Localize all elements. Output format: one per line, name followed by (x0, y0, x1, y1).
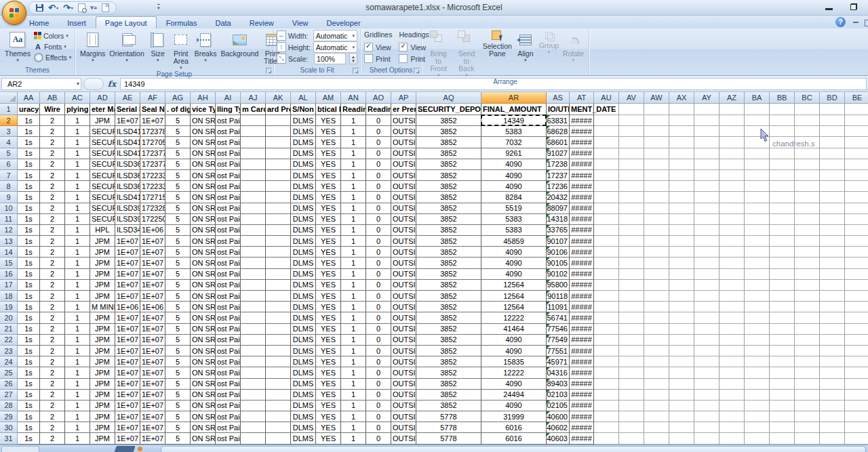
col-header-AN[interactable]: AN (341, 92, 366, 104)
cell-AV14[interactable] (619, 247, 644, 258)
cell-AF14[interactable]: 1E+07 (140, 247, 165, 258)
cell-AS8[interactable]: 017236 (547, 181, 570, 192)
cell-AF5[interactable]: 172377 (140, 148, 165, 159)
cell-AK31[interactable] (266, 433, 291, 444)
cell-AG22[interactable]: 5 (165, 335, 191, 346)
insert-function-button[interactable]: fx (104, 79, 120, 89)
cell-AM8[interactable]: YES (316, 181, 341, 192)
cell-AU18[interactable] (594, 291, 619, 302)
cell-AO24[interactable]: 0 (366, 356, 391, 367)
cell-BC22[interactable] (795, 335, 820, 346)
cell-AF21[interactable]: 1E+07 (140, 324, 165, 335)
cell-AQ4[interactable]: 3852 (416, 137, 481, 148)
cell-AE11[interactable]: ILSD394 (115, 214, 140, 225)
cell-AU3[interactable] (594, 126, 619, 137)
cell-AI31[interactable]: ost Paid (216, 433, 241, 444)
cell-AC7[interactable]: 1 (65, 170, 90, 181)
cell-AE4[interactable]: ILSD416 (115, 137, 140, 148)
cell-AI29[interactable]: ost Paid (216, 411, 241, 422)
cell-BE17[interactable] (845, 280, 868, 291)
cell-AV25[interactable] (619, 367, 644, 378)
cell-BA22[interactable] (745, 335, 770, 346)
cell-AJ11[interactable] (241, 214, 266, 225)
name-box-dropdown-icon[interactable]: ▾ (77, 81, 79, 87)
header-cell-AI1[interactable]: lling Ty (216, 104, 241, 115)
cell-BA16[interactable] (745, 269, 770, 280)
cell-AX30[interactable] (669, 422, 694, 433)
cell-AR28[interactable]: 4090 (481, 400, 547, 411)
cell-AK5[interactable] (266, 148, 291, 159)
cell-AI30[interactable]: ost Paid (216, 422, 241, 433)
cell-AG25[interactable]: 5 (165, 367, 191, 378)
cell-AL5[interactable]: DLMS (291, 148, 316, 159)
cell-BC8[interactable] (795, 181, 820, 192)
header-cell-AE1[interactable]: Serial N (115, 104, 140, 115)
cell-AL11[interactable]: DLMS (291, 214, 316, 225)
cell-AD27[interactable]: JPM (90, 390, 115, 400)
cell-AX20[interactable] (669, 312, 694, 323)
cell-AK2[interactable] (266, 115, 291, 126)
cell-AX2[interactable] (669, 115, 694, 126)
print-area-button[interactable]: Print Area▾ (170, 30, 193, 70)
cell-BA2[interactable] (745, 115, 770, 126)
header-cell-AV1[interactable] (619, 104, 644, 115)
cell-AF23[interactable]: 1E+07 (140, 346, 165, 356)
cell-AW22[interactable] (644, 335, 669, 346)
cell-AR31[interactable]: 6016 (481, 433, 547, 444)
cell-AZ18[interactable] (719, 291, 745, 302)
cell-AU31[interactable] (594, 433, 619, 444)
scale-to-fit-dialog-launcher[interactable] (353, 68, 359, 74)
cell-AF4[interactable]: 172705 (140, 137, 165, 148)
cell-AM6[interactable]: YES (316, 159, 341, 170)
cell-AG4[interactable]: 5 (165, 137, 191, 148)
cell-AZ21[interactable] (719, 324, 745, 335)
cell-AW30[interactable] (644, 422, 669, 433)
cell-BA26[interactable] (745, 379, 770, 390)
cell-AK14[interactable] (266, 247, 291, 258)
cell-AV9[interactable] (619, 192, 644, 203)
cell-AP29[interactable]: OUTSIDE (391, 411, 416, 422)
col-header-AK[interactable]: AK (266, 92, 291, 104)
cell-AQ12[interactable]: 3852 (416, 225, 481, 236)
cell-BA24[interactable] (745, 356, 770, 367)
cell-BE21[interactable] (845, 324, 868, 335)
tab-formulas[interactable]: Formulas (157, 17, 206, 28)
cell-BB31[interactable] (770, 433, 795, 444)
cell-BB23[interactable] (770, 346, 795, 356)
cell-AN16[interactable]: 1 (341, 269, 366, 280)
cell-BD29[interactable] (820, 411, 845, 422)
cell-AN23[interactable]: 1 (341, 346, 366, 356)
cell-AZ27[interactable] (719, 390, 745, 400)
cell-BC29[interactable] (795, 411, 820, 422)
cell-AT24[interactable]: ##### (570, 356, 594, 367)
col-header-AU[interactable]: AU (594, 92, 619, 104)
cell-AR24[interactable]: 15835 (481, 356, 547, 367)
cell-AQ15[interactable]: 3852 (416, 258, 481, 268)
cell-AF24[interactable]: 1E+07 (140, 356, 165, 367)
cell-AH2[interactable]: ON SRP (191, 115, 216, 126)
cell-AX3[interactable] (669, 126, 694, 137)
cell-AD29[interactable]: JPM (90, 411, 115, 422)
cell-AX17[interactable] (669, 280, 694, 291)
tab-insert[interactable]: Insert (58, 17, 95, 28)
cell-AN19[interactable]: 1 (341, 302, 366, 312)
cell-AP5[interactable]: OUTSIDE (391, 148, 416, 159)
header-cell-AJ1[interactable]: m Card (241, 104, 266, 115)
cell-AK22[interactable] (266, 335, 291, 346)
cell-AQ6[interactable]: 3852 (416, 159, 481, 170)
cell-BE9[interactable] (845, 192, 868, 203)
cell-BD11[interactable] (820, 214, 845, 225)
cell-AN2[interactable]: 1 (341, 115, 366, 126)
cell-AG29[interactable]: 5 (165, 411, 191, 422)
cell-AI15[interactable]: ost Paid (216, 258, 241, 268)
cell-BB9[interactable] (770, 192, 795, 203)
bring-to-front-button[interactable]: Bring to Front▾ (425, 30, 452, 78)
cell-AB29[interactable]: 2 (40, 411, 65, 422)
cell-AZ2[interactable] (719, 115, 745, 126)
cell-AD23[interactable]: JPM (90, 346, 115, 356)
cell-AH10[interactable]: ON SRP (191, 203, 216, 214)
cell-AT4[interactable]: ##### (570, 137, 594, 148)
header-cell-AT1[interactable]: MENT_DATE (570, 104, 594, 115)
cell-AC31[interactable]: 1 (65, 433, 90, 444)
cell-BB11[interactable] (770, 214, 795, 225)
